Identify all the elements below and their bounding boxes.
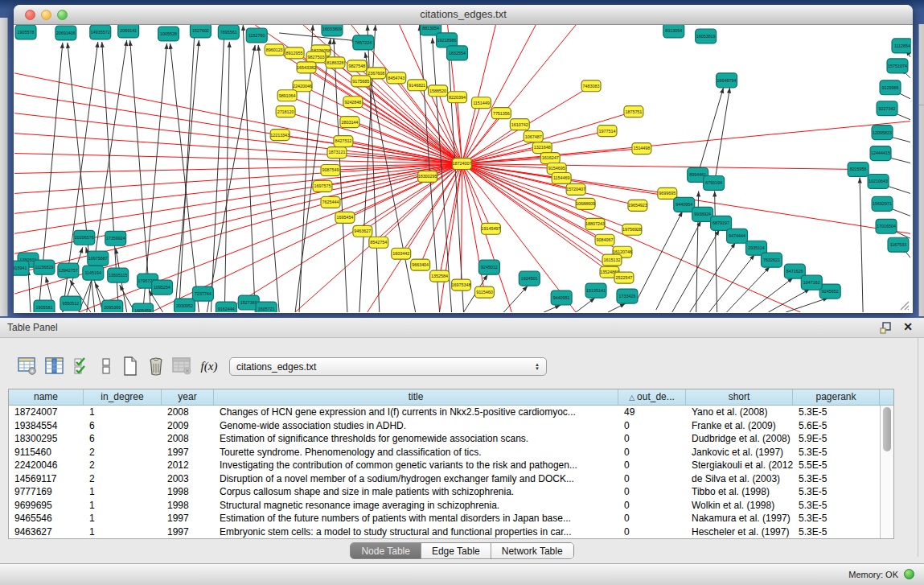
graph-node[interactable]: 8912955 (285, 47, 304, 59)
table-row[interactable]: 2242004622012Investigating the contribut… (9, 459, 880, 472)
graph-node[interactable]: 8454743 (387, 72, 406, 84)
graph-node[interactable]: 17359924 (105, 231, 126, 245)
column-header-out_de[interactable]: △out_de... (618, 389, 686, 405)
graph-node[interactable]: 6793194 (704, 175, 725, 190)
table-settings-icon[interactable] (16, 355, 39, 377)
graph-node[interactable]: 20206576 (74, 230, 95, 245)
graph-node[interactable]: 1047162 (801, 275, 822, 290)
graph-node[interactable]: 9699695 (658, 187, 677, 199)
graph-node[interactable]: 1873121 (327, 147, 347, 159)
graph-node[interactable]: 9891064 (277, 90, 297, 101)
tab-edge-table[interactable]: Edge Table (421, 543, 491, 558)
graph-node[interactable]: 9146821 (408, 80, 427, 91)
graph-node[interactable]: 6879197 (711, 216, 732, 230)
graph-node[interactable]: 1924501 (519, 271, 540, 286)
graph-node[interactable]: 15135141 (585, 283, 606, 298)
graph-node[interactable]: 1605721 (256, 302, 277, 312)
graph-node[interactable]: 10688609 (576, 198, 595, 209)
column-header-pagerank[interactable]: pagerank (793, 389, 880, 405)
delete-column-icon[interactable] (145, 355, 167, 377)
graph-node[interactable]: 1905581 (34, 300, 55, 312)
graph-node[interactable]: 15751074 (887, 59, 908, 73)
graph-node[interactable]: 1112654 (892, 39, 911, 53)
graph-node[interactable]: 9550512 (60, 296, 81, 311)
select-columns-icon[interactable] (43, 355, 66, 377)
graph-node[interactable]: 9827503 (306, 51, 326, 63)
graph-node[interactable]: 1977514 (598, 126, 617, 137)
graph-node[interactable]: 14935572 (90, 25, 111, 39)
graph-node[interactable]: 1733426 (617, 289, 638, 303)
graph-node[interactable]: 2069141 (118, 25, 139, 38)
graph-node[interactable]: 1152760 (246, 28, 267, 43)
graph-node[interactable]: 1321648 (532, 142, 552, 154)
column-header-title[interactable]: title (214, 389, 618, 405)
network-window-titlebar[interactable]: citations_edges.txt (14, 5, 913, 25)
graph-node[interactable]: 1527602 (190, 25, 211, 38)
graph-node[interactable]: 9440951 (551, 290, 572, 305)
graph-node[interactable]: 16648794 (717, 73, 737, 88)
graph-node[interactable]: 2522547 (614, 272, 634, 283)
graph-node[interactable]: 7237744 (192, 286, 213, 301)
graph-node[interactable]: 13942757 (58, 263, 79, 278)
graph-node[interactable]: 9129966 (880, 80, 901, 95)
table-row[interactable]: 969969511998Structural magnetic resonanc… (9, 499, 880, 513)
graph-node[interactable]: 1588520 (429, 85, 448, 97)
graph-node[interactable]: 8186328 (326, 57, 345, 68)
graph-node[interactable]: 8427512 (334, 136, 353, 147)
new-column-icon[interactable] (119, 355, 142, 377)
graph-node[interactable]: 1005528 (158, 27, 179, 41)
graph-node[interactable]: 1832554 (447, 46, 468, 60)
graph-node[interactable]: 17016504 (876, 219, 897, 233)
graph-node[interactable]: 11156829 (34, 260, 55, 274)
function-builder-icon[interactable]: f(x) (198, 355, 220, 377)
graph-node[interactable]: 2803144 (340, 117, 359, 128)
table-row[interactable]: 946554611997Estimation of the future num… (9, 512, 880, 525)
resize-grip-icon[interactable] (898, 299, 910, 311)
graph-node[interactable]: 7895561 (218, 25, 239, 39)
table-selector-dropdown[interactable]: citations_edges.txt ▲▼ (229, 357, 547, 376)
graph-node[interactable]: 8220394 (448, 92, 467, 103)
graph-node[interactable]: 18807243 (585, 218, 605, 229)
column-header-name[interactable]: name (9, 389, 84, 405)
right-panel-edge[interactable] (918, 24, 924, 316)
graph-node[interactable]: 7625444 (321, 196, 340, 208)
graph-node[interactable]: 9087549 (321, 165, 340, 176)
graph-node[interactable]: 9463627 (353, 225, 372, 237)
graph-node[interactable]: 1610742 (510, 119, 529, 130)
graph-node[interactable]: 8542754 (369, 237, 388, 248)
graph-node[interactable]: 1167533 (888, 237, 909, 252)
graph-node[interactable]: 8960123 (265, 44, 284, 56)
graph-node[interactable]: 22420046 (293, 80, 312, 92)
table-row[interactable]: 946362711997Embryonic stem cells: a mode… (9, 525, 880, 539)
graph-node[interactable]: 1154469 (552, 172, 571, 183)
graph-node[interactable]: 9227342 (877, 101, 897, 116)
graph-node[interactable]: 7857224 (353, 35, 374, 50)
graph-node[interactable]: 13505115 (108, 268, 129, 282)
graph-node[interactable]: 10975887 (88, 251, 109, 266)
graph-node[interactable]: 9162444 (216, 302, 236, 312)
graph-node[interactable]: 12213343 (270, 130, 290, 141)
graph-node[interactable]: 18724007 (453, 159, 472, 170)
graph-node[interactable]: 1875751 (624, 106, 643, 117)
tab-node-table[interactable]: Node Table (351, 543, 421, 558)
graph-node[interactable]: 9084067 (595, 234, 614, 245)
graph-node[interactable]: 9245012 (478, 260, 499, 274)
table-row[interactable]: 911546021997Tourette syndrome. Phenomeno… (9, 446, 880, 459)
show-all-columns-icon[interactable] (71, 355, 93, 377)
left-panel-edge[interactable] (0, 18, 8, 316)
network-canvas[interactable]: 1872400718300295896012389129551822605898… (14, 25, 911, 312)
graph-node[interactable]: 2030952 (175, 299, 195, 312)
graph-node[interactable]: 1695454 (335, 212, 355, 223)
graph-node[interactable]: 12095823 (872, 126, 893, 140)
graph-node[interactable]: 18300295 (418, 171, 437, 182)
graph-node[interactable]: 1697575 (313, 180, 332, 192)
graph-node[interactable]: 8313054 (663, 25, 684, 38)
float-panel-icon[interactable] (880, 322, 892, 334)
graph-node[interactable]: 15720407 (566, 183, 585, 195)
graph-node[interactable]: 9175685 (351, 76, 371, 87)
graph-node[interactable]: 19218986 (437, 33, 458, 47)
graph-node[interactable]: 12444415 (870, 146, 891, 161)
close-panel-icon[interactable]: ✕ (903, 320, 913, 333)
column-header-year[interactable]: year (162, 389, 214, 405)
column-header-in_degree[interactable]: in_degree (84, 389, 162, 405)
